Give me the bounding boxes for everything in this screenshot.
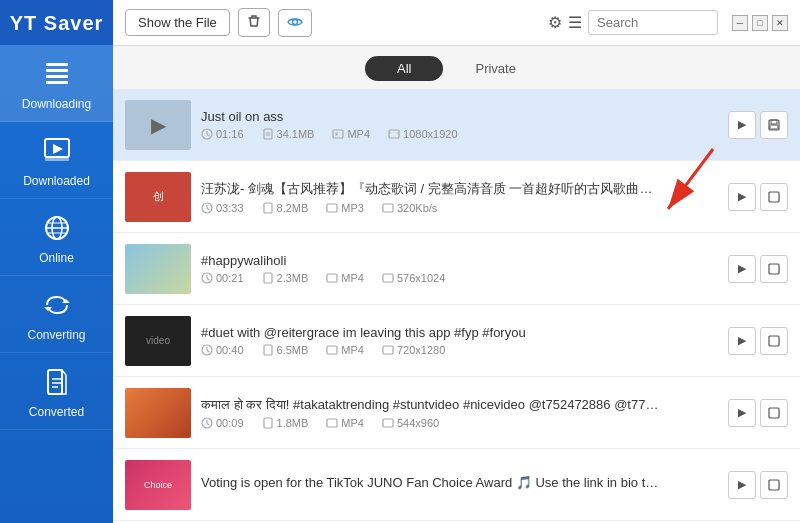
size-3: 2.3MB [262,272,309,284]
item-title-6: Voting is open for the TikTok JUNO Fan C… [201,475,661,490]
svg-point-18 [292,19,297,24]
svg-rect-63 [383,419,393,427]
duration-1: 01:16 [201,128,244,140]
sidebar-label-converted: Converted [29,405,84,419]
item-meta-1: 01:16 34.1MB MP4 1080x1920 [201,128,718,140]
tab-private[interactable]: Private [443,56,547,81]
minimize-button[interactable]: ─ [732,15,748,31]
svg-rect-14 [48,370,62,394]
svg-line-60 [207,423,210,425]
tab-bar: All Private [113,46,800,89]
sidebar-item-downloaded[interactable]: Downloaded [0,122,113,199]
play-button-5[interactable]: ▶ [728,399,756,427]
sidebar-label-downloaded: Downloaded [23,174,90,188]
svg-marker-6 [53,144,63,154]
format-1: MP4 [332,128,370,140]
size-2: 8.2MB [262,202,309,214]
resolution-2: 320Kb/s [382,202,437,214]
thumbnail-4: video [125,316,191,366]
item-meta-3: 00:21 2.3MB MP4 576x1024 [201,272,718,284]
close-button[interactable]: ✕ [772,15,788,31]
thumbnail-5 [125,388,191,438]
format-4: MP4 [326,344,364,356]
main-content: Show the File ⚙ ☰ ─ □ ✕ All Private [113,0,800,523]
resolution-5: 544x960 [382,417,439,429]
svg-rect-48 [327,274,337,282]
svg-rect-43 [769,192,779,202]
size-4: 6.5MB [262,344,309,356]
thumbnail-6: Choice [125,460,191,510]
show-file-button[interactable]: Show the File [125,9,230,36]
tab-all[interactable]: All [365,56,443,81]
play-button-4[interactable]: ▶ [728,327,756,355]
svg-rect-62 [327,419,337,427]
format-5: MP4 [326,417,364,429]
sidebar-item-downloading[interactable]: Downloading [0,45,113,122]
download-icon [42,59,72,93]
svg-rect-1 [46,69,68,72]
size-1: 34.1MB [262,128,315,140]
svg-rect-36 [770,125,778,129]
svg-rect-56 [383,346,393,354]
svg-rect-2 [46,75,68,78]
item-actions-5: ▶ [728,399,788,427]
save-button-2[interactable] [760,183,788,211]
toolbar: Show the File ⚙ ☰ ─ □ ✕ [113,0,800,46]
app-logo: YT Saver [0,0,113,45]
item-info-4: #duet with @reitergrace im leaving this … [201,325,718,356]
item-info-6: Voting is open for the TikTok JUNO Fan C… [201,475,718,494]
duration-4: 00:40 [201,344,244,356]
search-input[interactable] [588,10,718,35]
sidebar-label-downloading: Downloading [22,97,91,111]
settings-icon[interactable]: ⚙ [548,13,562,32]
converting-icon [42,290,72,324]
save-button-6[interactable] [760,471,788,499]
online-icon [42,213,72,247]
svg-rect-64 [769,408,779,418]
save-button-3[interactable] [760,255,788,283]
play-button-3[interactable]: ▶ [728,255,756,283]
thumbnail-3 [125,244,191,294]
resolution-3: 576x1024 [382,272,445,284]
item-info-1: Just oil on ass 01:16 34.1MB MP4 [201,109,718,140]
play-button-1[interactable]: ▶ [728,111,756,139]
eye-button[interactable] [278,9,312,37]
save-button-1[interactable] [760,111,788,139]
svg-line-23 [207,135,210,137]
maximize-button[interactable]: □ [752,15,768,31]
item-title-2: 汪苏泷- 剑魂【古风推荐】『动态歌词 / 完整高清音质 一首超好听的古风歌曲』W… [201,180,661,198]
item-title-4: #duet with @reitergrace im leaving this … [201,325,661,340]
duration-2: 03:33 [201,202,244,214]
save-button-4[interactable] [760,327,788,355]
svg-rect-54 [264,345,272,355]
delete-button[interactable] [238,8,270,37]
sidebar-label-converting: Converting [27,328,85,342]
downloaded-icon [42,136,72,170]
play-button-6[interactable]: ▶ [728,471,756,499]
item-title-5: कमाल हो कर दिया! #takataktrending #stunt… [201,397,661,413]
format-2: MP3 [326,202,364,214]
sidebar-item-online[interactable]: Online [0,199,113,276]
item-actions-1: ▶ [728,111,788,139]
svg-rect-0 [46,63,68,66]
svg-rect-3 [46,81,68,84]
svg-line-39 [207,208,210,210]
list-item: ▶ Just oil on ass 01:16 34.1MB [113,89,800,161]
sidebar-item-converting[interactable]: Converting [0,276,113,353]
menu-icon[interactable]: ☰ [568,13,582,32]
item-actions-6: ▶ [728,471,788,499]
svg-rect-42 [383,204,393,212]
save-button-5[interactable] [760,399,788,427]
svg-rect-49 [383,274,393,282]
item-actions-2: ▶ [728,183,788,211]
thumbnail-1: ▶ [125,100,191,150]
svg-rect-41 [327,204,337,212]
item-meta-5: 00:09 1.8MB MP4 544x960 [201,417,718,429]
size-5: 1.8MB [262,417,309,429]
item-title-1: Just oil on ass [201,109,661,124]
svg-rect-65 [769,480,779,490]
list-item: Choice Voting is open for the TikTok JUN… [113,449,800,521]
sidebar-item-converted[interactable]: Converted [0,353,113,430]
svg-rect-24 [264,129,272,139]
play-button-2[interactable]: ▶ [728,183,756,211]
